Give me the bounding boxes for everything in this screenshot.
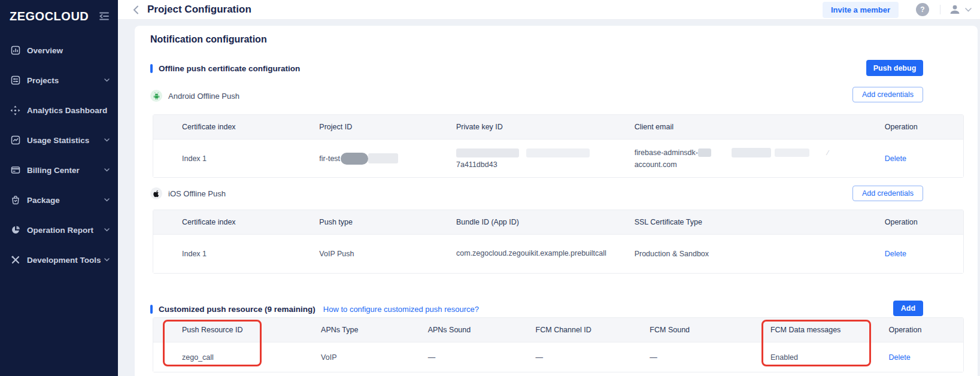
redacted-blur <box>341 153 368 165</box>
column-header: Push type <box>319 218 456 226</box>
apns-type-cell: VoIP <box>321 353 428 362</box>
offline-push-section-header: Offline push certificate configuration <box>150 60 300 77</box>
add-button[interactable]: Add <box>893 301 923 316</box>
certificate-index-cell: Index 1 <box>153 154 319 163</box>
sidebar-item-development-tools[interactable]: Development Tools <box>0 245 118 274</box>
sidebar-item-label: Package <box>27 196 60 205</box>
invite-member-button[interactable]: Invite a member <box>823 2 899 18</box>
sidebar-nav: Overview Projects <box>0 36 118 274</box>
column-header: Operation <box>885 123 963 131</box>
operation-cell: Delete <box>885 154 963 163</box>
delete-link[interactable]: Delete <box>885 250 906 258</box>
chevron-down-icon <box>104 258 110 262</box>
customized-push-section-title: Customized push resource (9 remaining) <box>159 305 315 314</box>
sidebar-item-label: Development Tools <box>27 256 101 265</box>
chevron-down-icon <box>104 228 110 232</box>
page-header-title: Project Configuration <box>147 4 251 16</box>
how-to-configure-link[interactable]: How to configure customized push resourc… <box>323 305 479 314</box>
fcm-data-messages-cell: Enabled <box>770 353 889 362</box>
sidebar-item-label: Billing Center <box>27 166 80 175</box>
user-avatar-icon[interactable] <box>948 2 962 17</box>
column-header: Operation <box>885 218 963 226</box>
notification-configuration-panel: Notification configuration Offline push … <box>135 26 978 376</box>
table-row: Index 1 fir-test 7a411dbd43 firebase-adm… <box>153 140 963 177</box>
analytics-dashboard-icon <box>10 105 20 116</box>
operation-cell: Delete <box>885 250 963 258</box>
ssl-certificate-type-cell: Production & Sandbox <box>635 250 885 258</box>
customized-push-section-header: Customized push resource (9 remaining) H… <box>150 301 479 317</box>
redacted-blur <box>732 148 771 157</box>
delete-link[interactable]: Delete <box>885 154 906 163</box>
apns-sound-cell: — <box>428 353 536 362</box>
push-type-cell: VoIP Push <box>319 250 456 258</box>
back-icon[interactable] <box>133 5 139 14</box>
sidebar: ZEGOCLOUD Overview <box>0 0 118 376</box>
overview-icon <box>10 46 20 55</box>
push-debug-button[interactable]: Push debug <box>866 60 923 76</box>
sidebar-item-package[interactable]: Package <box>0 186 118 214</box>
sidebar-item-usage-statistics[interactable]: Usage Statistics <box>0 126 118 154</box>
topbar-divider <box>940 5 940 14</box>
redacted-blur <box>526 148 590 157</box>
usage-statistics-icon <box>10 135 20 145</box>
column-header: FCM Sound <box>650 326 770 334</box>
ios-push-table: Certificate index Push type Bundle ID (A… <box>153 210 964 274</box>
private-key-id-cell: 7a411dbd43 <box>456 148 635 169</box>
sidebar-item-billing-center[interactable]: Billing Center <box>0 156 118 184</box>
column-header: Operation <box>888 326 963 334</box>
account-chevron-down-icon[interactable] <box>965 8 972 12</box>
ios-offline-push-label: iOS Offline Push <box>168 189 226 198</box>
chevron-down-icon <box>104 168 110 172</box>
certificate-index-cell: Index 1 <box>153 250 319 258</box>
redacted-slash: ⁄ <box>827 149 829 156</box>
redacted-blur <box>456 148 519 157</box>
section-accent-bar <box>150 305 153 314</box>
client-email-text-line2: account.com <box>635 160 885 169</box>
operation-cell: Delete <box>888 353 963 362</box>
redacted-blur <box>775 148 809 157</box>
android-offline-push-row: Android Offline Push <box>150 88 239 104</box>
help-icon[interactable]: ? <box>916 3 929 16</box>
sidebar-item-label: Overview <box>27 46 63 55</box>
table-row: zego_call VoIP — — — Enabled Delete <box>153 342 963 372</box>
customized-table-header: Push Resource ID APNs Type APNs Sound FC… <box>153 318 963 342</box>
push-resource-id-cell: zego_call <box>153 353 321 362</box>
android-icon <box>150 90 162 102</box>
sidebar-item-projects[interactable]: Projects <box>0 66 118 95</box>
sidebar-item-operation-report[interactable]: Operation Report <box>0 216 118 244</box>
section-accent-bar <box>150 64 153 73</box>
fcm-sound-cell: — <box>650 353 770 362</box>
client-email-line1: firebase-adminsdk- ⁄ <box>635 148 885 157</box>
column-header: Certificate index <box>153 123 319 131</box>
section-page-title: Notification configuration <box>150 34 267 45</box>
column-header: Certificate index <box>153 218 319 226</box>
operation-report-icon <box>10 225 20 235</box>
fcm-channel-id-cell: — <box>536 353 650 362</box>
sidebar-item-label: Usage Statistics <box>27 136 89 145</box>
sidebar-item-label: Analytics Dashboard <box>27 106 107 115</box>
ios-add-credentials-button[interactable]: Add credentials <box>852 186 923 201</box>
private-key-id-text: 7a411dbd43 <box>456 160 635 169</box>
collapse-sidebar-icon[interactable] <box>99 12 110 20</box>
chevron-down-icon <box>104 138 110 142</box>
projects-icon <box>10 75 20 85</box>
column-header: FCM Channel ID <box>536 326 650 334</box>
sidebar-item-label: Projects <box>27 76 59 85</box>
column-header: SSL Certificate Type <box>635 218 885 226</box>
billing-center-icon <box>10 165 20 175</box>
sidebar-item-analytics-dashboard[interactable]: Analytics Dashboard <box>0 96 118 125</box>
android-push-table: Certificate index Project ID Private key… <box>153 114 964 178</box>
column-header: Private key ID <box>456 123 635 131</box>
sidebar-item-overview[interactable]: Overview <box>0 36 118 65</box>
project-id-text: fir-test <box>319 154 340 163</box>
project-id-cell: fir-test <box>319 153 456 165</box>
bundle-id-cell: com.zegocloud.zegouikit.example.prebuilt… <box>456 248 607 259</box>
chevron-down-icon <box>104 198 110 202</box>
package-icon <box>10 195 20 205</box>
column-header: Project ID <box>319 123 456 131</box>
android-add-credentials-button[interactable]: Add credentials <box>852 87 923 102</box>
android-table-header: Certificate index Project ID Private key… <box>153 115 963 140</box>
delete-link[interactable]: Delete <box>888 353 910 362</box>
redacted-blur <box>698 148 711 157</box>
column-header: Client email <box>635 123 885 131</box>
